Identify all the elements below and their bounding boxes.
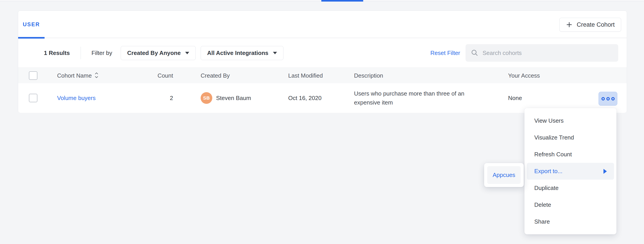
cohorts-card: USER Create Cohort 1 Results Filter by C… [18, 11, 627, 113]
created-by-dropdown-value: Created By Anyone [127, 50, 181, 57]
reset-filter-link[interactable]: Reset Filter [430, 50, 460, 57]
tab-bar: USER Create Cohort [18, 11, 627, 38]
integrations-dropdown-value: All Active Integrations [207, 50, 268, 57]
last-modified-cell: Oct 16, 2020 [288, 95, 322, 102]
search-icon [471, 49, 478, 57]
submenu-item-appcues[interactable]: Appcues [487, 166, 520, 184]
integrations-dropdown[interactable]: All Active Integrations [201, 46, 284, 60]
ellipsis-icon [606, 97, 610, 100]
chevron-down-icon [185, 52, 189, 54]
column-header-last-modified: Last Modified [288, 72, 323, 79]
created-by-dropdown[interactable]: Created By Anyone [121, 46, 196, 60]
table-header: Cohort Name Count Created By Last Modifi… [18, 68, 627, 83]
top-nav-bar [0, 0, 644, 1]
row-actions-context-menu: View Users Visualize Trend Refresh Count… [524, 108, 616, 234]
created-by-name: Steven Baum [216, 95, 251, 102]
ellipsis-icon [602, 97, 605, 100]
row-checkbox[interactable] [29, 94, 38, 102]
your-access-cell: None [508, 95, 522, 102]
menu-item-visualize-trend[interactable]: Visualize Trend [524, 129, 616, 146]
column-header-your-access: Your Access [508, 72, 540, 79]
column-header-cohort-name[interactable]: Cohort Name [57, 72, 98, 79]
search-cohorts-input[interactable] [482, 50, 613, 57]
menu-item-export-to[interactable]: Export to... [527, 163, 614, 180]
create-cohort-button-label: Create Cohort [576, 21, 615, 28]
filter-right-group: Reset Filter [430, 44, 618, 62]
cohort-count: 2 [130, 95, 173, 102]
create-cohort-button[interactable]: Create Cohort [559, 18, 621, 32]
search-box [466, 44, 618, 62]
filter-by-label: Filter by [92, 50, 112, 57]
ellipsis-icon [611, 97, 615, 100]
description-cell: Users who purchase more than three of an… [354, 89, 484, 107]
toolbar-divider [80, 47, 81, 59]
menu-item-share[interactable]: Share [524, 213, 616, 230]
row-actions-button[interactable] [598, 92, 617, 106]
results-count: 1 Results [44, 50, 70, 57]
cohort-name-link[interactable]: Volume buyers [57, 95, 96, 102]
chevron-down-icon [273, 52, 277, 54]
menu-item-refresh-count[interactable]: Refresh Count [524, 146, 616, 163]
sort-icon[interactable] [94, 72, 98, 78]
avatar: SB [201, 92, 212, 104]
created-by-cell: SB Steven Baum [201, 92, 251, 104]
filter-toolbar: 1 Results Filter by Created By Anyone Al… [18, 38, 627, 68]
column-header-description: Description [354, 72, 484, 79]
tab-user-label: USER [23, 21, 40, 28]
column-header-count: Count [130, 72, 173, 79]
submenu-arrow-icon [604, 169, 607, 174]
column-header-created-by: Created By [201, 72, 230, 79]
select-all-checkbox-cell [29, 71, 38, 80]
export-submenu: Appcues [484, 163, 524, 187]
select-all-checkbox[interactable] [29, 71, 38, 80]
menu-item-export-to-label: Export to... [534, 168, 562, 175]
plus-icon [566, 21, 572, 28]
active-nav-tab-indicator [321, 0, 363, 2]
tab-user[interactable]: USER [18, 11, 44, 38]
menu-item-delete[interactable]: Delete [524, 196, 616, 213]
menu-item-duplicate[interactable]: Duplicate [524, 180, 616, 196]
row-checkbox-cell [29, 94, 38, 102]
menu-item-view-users[interactable]: View Users [524, 112, 616, 129]
